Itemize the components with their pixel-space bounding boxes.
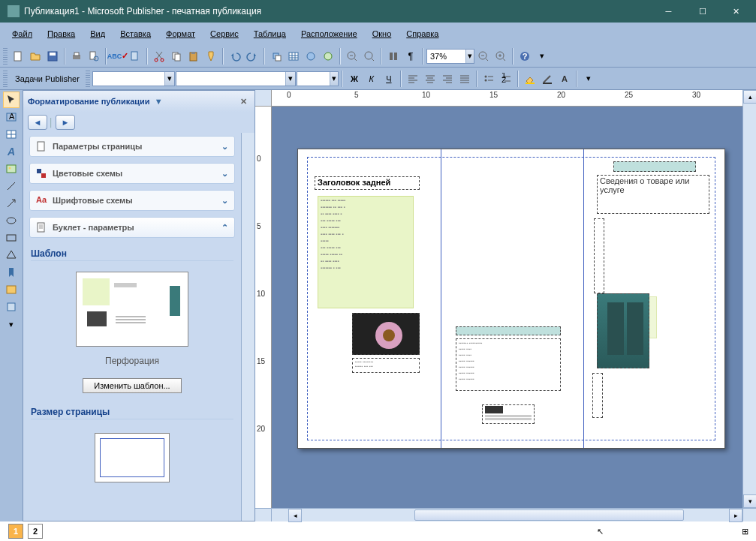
tasks-button[interactable]: Задачи Publisher [10, 72, 85, 86]
undo-button[interactable] [227, 48, 243, 65]
arrow-tool[interactable] [3, 195, 20, 212]
zoom-plus-button[interactable] [492, 48, 509, 65]
menu-view[interactable]: Вид [84, 26, 111, 41]
menu-table[interactable]: Таблица [248, 26, 292, 41]
content-library-tool[interactable] [3, 299, 20, 315]
columns-button[interactable] [385, 48, 402, 65]
chevron-down-icon[interactable]: ▾ [465, 50, 474, 63]
maximize-button[interactable]: ☐ [685, 0, 719, 23]
bold-button[interactable]: Ж [346, 71, 363, 87]
cut-button[interactable] [151, 48, 167, 65]
horizontal-ruler[interactable]: 0 5 10 15 20 25 30 [272, 90, 756, 107]
close-button[interactable]: ✕ [719, 0, 753, 23]
oval-tool[interactable] [3, 212, 20, 229]
bookmark-tool[interactable] [3, 264, 20, 281]
text-frame[interactable]: Заголовок задней панели [315, 176, 420, 190]
toolbar-options-button[interactable]: ▾ [580, 71, 597, 87]
underline-button[interactable]: Ч [381, 71, 397, 87]
format-painter-button[interactable] [203, 48, 219, 65]
text-frame[interactable]: ▪▪▪▪▪▪▪ ▪▪▪▪▪▪▪▪▪▪▪▪▪▪▪ ▪▪▪▪▪▪▪▪▪ ▪▪▪▪▪▪… [456, 338, 561, 391]
text-frame[interactable] [456, 326, 561, 335]
insert-table-button[interactable] [285, 48, 302, 65]
horizontal-scrollbar[interactable]: ◂ ▸ [288, 509, 742, 521]
font-combo[interactable]: ▾ [176, 71, 296, 86]
template-thumbnail[interactable] [76, 272, 188, 347]
numbering-button[interactable]: 12 [498, 71, 514, 87]
style-combo[interactable]: ▾ [92, 71, 175, 86]
zoom-minus-button[interactable] [475, 48, 492, 65]
zoom-combo[interactable]: ▾ [426, 49, 474, 64]
menu-file[interactable]: Файл [6, 26, 38, 41]
scroll-up-button[interactable]: ▴ [743, 90, 756, 104]
bullets-button[interactable] [480, 71, 497, 87]
menu-format[interactable]: Формат [160, 26, 201, 41]
vertical-scrollbar[interactable]: ▴ ▾ [742, 90, 756, 508]
chevron-down-icon[interactable]: ▼ [155, 97, 163, 106]
research-button[interactable] [127, 48, 143, 65]
vertical-ruler[interactable]: 0 5 10 15 20 [255, 107, 272, 508]
scroll-down-button[interactable]: ▾ [743, 494, 756, 508]
copy-button[interactable] [168, 48, 185, 65]
insert-hyperlink-button[interactable] [303, 48, 319, 65]
align-left-button[interactable] [405, 71, 421, 87]
menu-insert[interactable]: Вставка [114, 26, 157, 41]
bring-front-button[interactable] [268, 48, 285, 65]
back-button[interactable]: ◄ [28, 115, 47, 130]
scroll-thumb[interactable] [414, 509, 684, 521]
text-frame[interactable] [592, 373, 603, 418]
text-frame[interactable] [594, 218, 604, 293]
picture-tool[interactable] [3, 161, 20, 177]
page-tab-1[interactable]: 1 [8, 524, 23, 539]
text-frame[interactable] [482, 404, 535, 424]
caption-frame[interactable]: ▪▪▪▪▪ ▪▪▪▪▪▪▪▪▪▪▪▪▪▪ ▪▪▪ ▪▪▪ [352, 358, 420, 373]
autoshapes-tool[interactable] [3, 247, 20, 263]
open-button[interactable] [27, 48, 44, 65]
scroll-right-button[interactable]: ▸ [729, 509, 742, 522]
web-preview-button[interactable] [320, 48, 336, 65]
align-justify-button[interactable] [456, 71, 473, 87]
zoom-input[interactable] [427, 52, 465, 61]
picture-frame[interactable] [597, 293, 649, 368]
menu-edit[interactable]: Правка [41, 26, 81, 41]
zoom-out-button[interactable] [344, 48, 360, 65]
toolbar-options-button[interactable]: ▾ [3, 316, 20, 332]
line-color-button[interactable] [539, 71, 556, 87]
save-button[interactable] [44, 48, 61, 65]
rectangle-tool[interactable] [3, 230, 20, 246]
page-tab-2[interactable]: 2 [28, 524, 43, 539]
taskpane-scrollbar[interactable] [241, 133, 255, 521]
spellcheck-button[interactable]: ABC✓ [110, 48, 126, 65]
text-frame[interactable]: Сведения о товаре или услуге [597, 175, 709, 214]
wordart-tool[interactable]: A [3, 143, 20, 160]
page-size-thumbnail[interactable] [95, 433, 170, 482]
table-tool[interactable] [3, 126, 20, 143]
toolbar-grip[interactable] [3, 71, 8, 87]
align-center-button[interactable] [422, 71, 438, 87]
textbox-tool[interactable]: A [3, 109, 20, 125]
accordion-color-schemes[interactable]: Цветовые схемы ⌄ [29, 163, 235, 184]
publication-page[interactable]: Заголовок задней панели ▪▪▪▪▪▪ ▪▪▪ ▪▪▪▪▪… [297, 149, 725, 449]
print-button[interactable] [68, 48, 85, 65]
text-frame[interactable]: ▪▪▪▪▪▪ ▪▪▪ ▪▪▪▪▪▪▪▪▪▪▪▪ ▪▪ ▪▪▪ ▪▪▪ ▪▪▪▪ … [318, 196, 414, 308]
special-chars-button[interactable]: ¶ [402, 48, 419, 65]
accordion-booklet-options[interactable]: Буклет - параметры ⌃ [29, 217, 235, 238]
design-gallery-tool[interactable] [3, 281, 20, 298]
minimize-button[interactable]: ─ [652, 0, 685, 23]
scroll-left-button[interactable]: ◂ [288, 509, 302, 522]
page-canvas[interactable]: Заголовок задней панели ▪▪▪▪▪▪ ▪▪▪ ▪▪▪▪▪… [272, 107, 756, 508]
line-tool[interactable] [3, 178, 20, 194]
paste-button[interactable] [185, 48, 202, 65]
font-color-button[interactable]: A [556, 71, 573, 87]
toolbar-options-button[interactable]: ▾ [534, 48, 550, 65]
pointer-tool[interactable] [3, 92, 20, 108]
zoom-button[interactable] [361, 48, 378, 65]
close-icon[interactable]: ✕ [237, 97, 250, 107]
fill-color-button[interactable] [522, 71, 538, 87]
redo-button[interactable] [244, 48, 261, 65]
accordion-page-options[interactable]: Параметры страницы ⌄ [29, 136, 235, 157]
print-preview-button[interactable] [86, 48, 102, 65]
italic-button[interactable]: К [363, 71, 380, 87]
menu-help[interactable]: Справка [400, 26, 444, 41]
change-template-button[interactable]: Изменить шаблон... [83, 378, 181, 393]
align-right-button[interactable] [439, 71, 456, 87]
